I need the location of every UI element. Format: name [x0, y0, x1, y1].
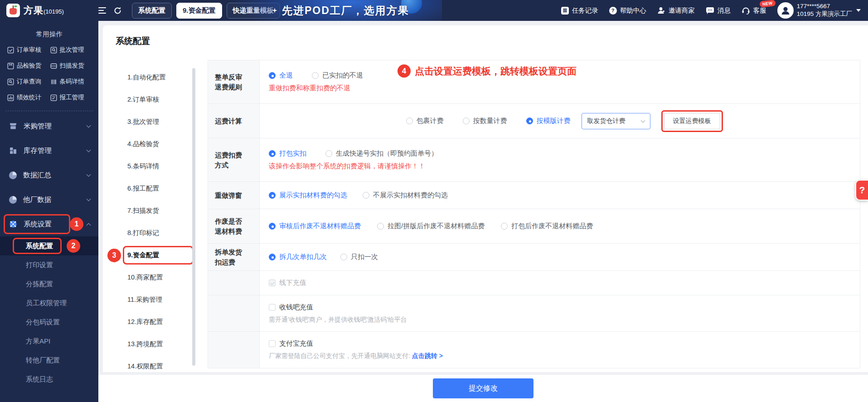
radio-on-icon	[269, 192, 276, 199]
sparkle-icon	[272, 8, 277, 13]
sidebar-subitem-transfer-factory-config[interactable]: 转他厂配置	[0, 351, 98, 370]
checkbox-offline-recharge: 线下充值	[269, 279, 860, 287]
topbar: 方果(10195) 系统配置 9.资金配置 快递重量模板 先进POD工厂，选用方…	[0, 0, 868, 21]
radio-template-billing[interactable]: 按模版计费	[526, 117, 571, 125]
form-row-void-refund: 作废是否退材料费 审核后作废不退材料赠品费 拉图/拼版后作废不退材料赠品费 打包…	[208, 209, 860, 244]
refresh-icon[interactable]	[113, 6, 122, 15]
row-label: 重做弹窗	[215, 191, 244, 201]
config-subnav: 1.自动化配置 2.订单审核 3.批次管理 4.品检验货 5.条码详情 6.报工…	[119, 66, 187, 372]
collapse-sidebar-icon[interactable]	[98, 7, 106, 14]
factory-code: (10195)	[44, 8, 64, 15]
store-icon	[9, 122, 17, 130]
customer-service-link[interactable]: 客服 NEW	[742, 6, 766, 15]
radio-void-after-pack[interactable]: 打包后作废不退材料赠品费	[501, 222, 593, 230]
subnav-fund-config[interactable]: 9.资金配置 3	[119, 244, 187, 266]
quick-order-review[interactable]: 订单审核	[7, 46, 50, 54]
app-logo-icon	[6, 4, 20, 17]
invite-merchant-link[interactable]: 邀请商家	[657, 6, 695, 15]
radio-full-refund[interactable]: 全退	[269, 71, 293, 80]
set-freight-template-button[interactable]: 设置运费模板	[664, 113, 720, 129]
tab-fund-config[interactable]: 9.资金配置	[176, 3, 222, 19]
subnav-scrollbar[interactable]	[192, 68, 195, 366]
sidebar-subitem-subpack-code[interactable]: 分包码设置	[0, 313, 98, 332]
user-account[interactable]: 177****5667 10195 方果演示工厂	[777, 2, 861, 19]
refund-rule-warning: 重做扣费和称重扣费的不退	[269, 84, 860, 93]
messages-link[interactable]: 消息	[706, 6, 731, 15]
tab-system-config[interactable]: 系统配置	[132, 3, 172, 19]
quick-barcode-detail[interactable]: 条码详情	[50, 78, 93, 86]
row-label: 拆单发货扣运费	[215, 247, 244, 267]
sidebar-subitem-fangguo-api[interactable]: 方果API	[0, 332, 98, 351]
row-label: 整单反审退费规则	[215, 72, 244, 92]
subnav-print-mark[interactable]: 8.打印标记	[119, 222, 187, 244]
help-tab-button[interactable]: ?	[855, 180, 868, 201]
quick-order-query[interactable]: 订单查询	[7, 78, 50, 86]
radio-tracking-deduct[interactable]: 生成快递号实扣（即预约面单号）	[325, 149, 438, 158]
user-phone: 177****5667	[797, 3, 852, 10]
subnav-automation[interactable]: 1.自动化配置	[119, 66, 187, 88]
sidebar-subitem-staff-permission[interactable]: 员工权限管理	[0, 294, 98, 313]
subnav-work-report-config[interactable]: 6.报工配置	[119, 177, 187, 200]
task-log-link[interactable]: 任务记录	[561, 6, 598, 15]
subnav-permission-config[interactable]: 14.权限配置	[119, 355, 187, 372]
radio-off-icon	[463, 118, 470, 124]
radio-quantity-billing[interactable]: 按数量计费	[463, 117, 507, 125]
sidebar-subitem-sorting-config[interactable]: 分拣配置	[0, 275, 98, 294]
subnav-purchase-manage[interactable]: 11.采购管理	[119, 289, 187, 311]
row-label: 作废是否退材料费	[215, 216, 244, 236]
sidebar-item-system-settings[interactable]: 系统设置 1	[0, 212, 98, 236]
app-logo[interactable]: 方果(10195)	[0, 4, 98, 17]
quick-quality-check[interactable]: 品检验货	[7, 62, 50, 70]
quick-batch-manage[interactable]: 批次管理	[50, 46, 93, 54]
radio-on-icon	[269, 72, 276, 79]
radio-deduct-per-split[interactable]: 拆几次单扣几次	[269, 253, 327, 261]
subnav-crossborder-config[interactable]: 13.跨境配置	[119, 333, 187, 355]
radio-off-icon	[363, 192, 369, 199]
radio-void-after-imposition[interactable]: 拉图/拼版后作废不退材料赠品费	[377, 222, 485, 230]
radio-pack-deduct[interactable]: 打包实扣	[269, 149, 306, 158]
sidebar-subitem-system-config[interactable]: 系统配置 2	[0, 236, 98, 255]
annotation-badge-4: 4	[398, 64, 411, 78]
radio-on-icon	[526, 118, 533, 124]
sidebar-item-data-summary[interactable]: 数据汇总	[0, 163, 98, 187]
sidebar-subitem-system-log[interactable]: 系统日志	[0, 370, 98, 389]
submit-changes-button[interactable]: 提交修改	[433, 378, 533, 398]
subnav-scan-ship[interactable]: 7.扫描发货	[119, 200, 187, 222]
sidebar-item-inventory-manage[interactable]: 库存管理	[0, 138, 98, 163]
quick-work-report[interactable]: 报工管理	[50, 93, 93, 102]
help-center-link[interactable]: ? 帮助中心	[609, 6, 646, 15]
radio-off-icon	[312, 72, 319, 79]
form-row-freight-calc: 运费计算 包裹计费 按数量计费 按模版计费 取发货仓计费 设置运费模板	[208, 104, 860, 138]
form-row-split-freight: 拆单发货扣运费 拆几次单扣几次 只扣一次	[208, 244, 860, 271]
inventory-grid-icon	[9, 147, 17, 155]
subnav-barcode-detail[interactable]: 5.条码详情	[119, 155, 187, 177]
quick-ops-grid: 订单审核 批次管理 品检验货 扫描发货 订单查询 条码详情 绩效统计 报工管理	[0, 46, 98, 102]
radio-hide-material-fee[interactable]: 不展示实扣材料费的勾选	[363, 191, 448, 200]
user-menu-caret-icon[interactable]	[856, 9, 861, 12]
barcode-icon	[50, 78, 57, 85]
checkbox-checked-disabled-icon	[269, 279, 276, 286]
subnav-merchant-config[interactable]: 10.商家配置	[119, 266, 187, 289]
radio-deduct-once[interactable]: 只扣一次	[340, 253, 378, 261]
checkbox-alipay-recharge[interactable]: 支付宝充值	[269, 339, 860, 348]
radio-show-material-fee[interactable]: 展示实扣材料费的勾选	[269, 191, 347, 200]
quick-performance-stats[interactable]: 绩效统计	[7, 93, 50, 102]
sidebar-item-purchase-manage[interactable]: 米购管理	[0, 114, 98, 138]
subnav-batch-manage[interactable]: 3.批次管理	[119, 111, 187, 133]
subnav-inventory-config[interactable]: 12.库存配置	[119, 311, 187, 333]
user-info: 177****5667 10195 方果演示工厂	[797, 3, 852, 18]
checkbox-shouqianba-recharge[interactable]: 收钱吧充值	[269, 303, 860, 312]
radio-on-icon	[269, 150, 276, 157]
radio-package-billing[interactable]: 包裹计费	[406, 117, 444, 125]
subnav-order-review[interactable]: 2.订单审核	[119, 88, 187, 111]
radio-deducted-no-refund[interactable]: 已实扣的不退	[312, 71, 363, 80]
sidebar-subitem-print-settings[interactable]: 打印设置	[0, 255, 98, 275]
sidebar-item-other-factory-data[interactable]: 他厂数据	[0, 187, 98, 212]
subnav-quality-check[interactable]: 4.品检验货	[119, 133, 187, 155]
quick-scan-ship[interactable]: 扫描发货	[50, 62, 93, 70]
workspace-tabs: 系统配置 9.资金配置 快递重量模板	[132, 3, 280, 19]
warehouse-billing-select[interactable]: 取发货仓计费	[582, 113, 650, 129]
form-row-redo-popup: 重做弹窗 展示实扣材料费的勾选 不展示实扣材料费的勾选	[208, 182, 860, 209]
radio-void-after-review[interactable]: 审核后作废不退材料赠品费	[269, 222, 361, 230]
alipay-jump-link[interactable]: 点击跳转 >	[412, 352, 443, 359]
